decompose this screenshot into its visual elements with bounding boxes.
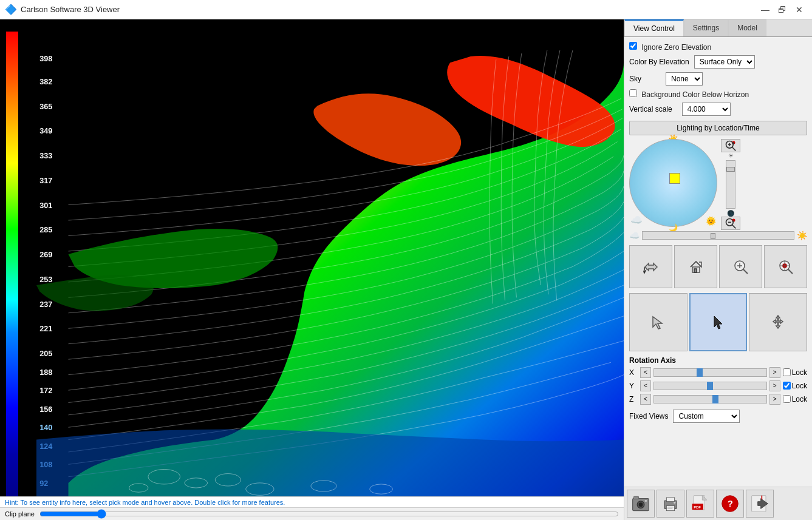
y-axis-lock-checkbox[interactable] — [783, 382, 791, 390]
svg-text:205: 205 — [39, 349, 52, 358]
tab-model[interactable]: Model — [728, 19, 766, 36]
tab-bar: View Control Settings Model — [624, 19, 812, 37]
slider-left-icon: ☁️ — [629, 231, 640, 240]
viewport[interactable]: 398 382 365 349 333 317 301 285 269 253 … — [0, 19, 624, 520]
brightness-slider-track[interactable] — [726, 160, 735, 209]
cloud-icon: ☁️ — [630, 214, 643, 226]
sun-small-icon: 🌞 — [706, 216, 716, 226]
z-axis-slider[interactable] — [653, 395, 767, 404]
help-button[interactable]: ? — [716, 490, 744, 518]
bg-color-row: Background Color Below Horizon — [629, 89, 807, 99]
x-axis-lock-row: Lock — [783, 368, 807, 377]
vert-scale-select[interactable]: 1.000 2.000 3.000 4.000 5.000 — [682, 103, 731, 116]
ignore-zero-label: Ignore Zero Elevation — [629, 43, 711, 52]
svg-text:172: 172 — [39, 387, 52, 395]
home-tool-button[interactable] — [674, 245, 717, 288]
hint-bar: Hint: To see entity info here, select pi… — [0, 496, 624, 508]
svg-line-35 — [732, 225, 736, 229]
elevation-gradient — [6, 32, 18, 502]
zoom-out-button[interactable]: - — [721, 217, 740, 230]
terrain-canvas: 398 382 365 349 333 317 301 285 269 253 … — [36, 19, 624, 520]
color-by-elevation-row: Color By Elevation Surface Only All None — [629, 55, 807, 69]
zoom-in-button[interactable]: + — [721, 139, 740, 152]
svg-text:301: 301 — [39, 201, 52, 210]
fixed-views-row: Fixed Views Custom Top Front Side Isomet… — [629, 410, 807, 423]
y-axis-right-button[interactable]: > — [769, 380, 780, 391]
color-by-elevation-label: Color By Elevation — [629, 58, 689, 66]
print-button[interactable] — [657, 490, 684, 518]
tab-settings[interactable]: Settings — [684, 19, 728, 36]
window-controls: — 🗗 ✕ — [757, 3, 807, 16]
x-axis-slider[interactable] — [653, 368, 767, 377]
slider-right-icon: ☀️ — [797, 231, 807, 240]
screenshot-button[interactable] — [627, 490, 655, 518]
lighting-button[interactable]: Lighting by Location/Time — [629, 121, 807, 135]
light-marker[interactable] — [669, 173, 680, 184]
y-axis-row: Y < > Lock — [629, 380, 807, 391]
pick-tool-button[interactable] — [629, 293, 687, 351]
z-axis-lock-checkbox[interactable] — [783, 395, 791, 403]
y-axis-lock-row: Lock — [783, 382, 807, 390]
rotation-section: Rotation Axis X < > Lock Y < — [629, 356, 807, 405]
y-axis-slider[interactable] — [653, 382, 767, 390]
pan-tool-button[interactable] — [749, 293, 807, 351]
terrain-svg: 398 382 365 349 333 317 301 285 269 253 … — [36, 19, 624, 520]
x-axis-left-button[interactable]: < — [640, 367, 651, 378]
svg-text:221: 221 — [39, 325, 52, 334]
svg-text:156: 156 — [39, 405, 52, 414]
svg-text:333: 333 — [39, 152, 52, 160]
svg-line-29 — [732, 147, 736, 151]
y-axis-lock-label: Lock — [792, 382, 807, 390]
z-axis-left-button[interactable]: < — [640, 394, 651, 405]
svg-line-47 — [788, 269, 793, 274]
bg-color-label: Background Color Below Horizon — [629, 90, 749, 99]
moon-icon: 🌙 — [669, 223, 678, 232]
main-container: 398 382 365 349 333 317 301 285 269 253 … — [0, 19, 812, 520]
maximize-button[interactable]: 🗗 — [774, 3, 790, 16]
titlebar: 🔷 Carlson Software 3D Viewer — 🗗 ✕ — [0, 0, 812, 19]
svg-text:285: 285 — [39, 226, 52, 235]
h-slider-thumb — [711, 233, 715, 239]
x-axis-row: X < > Lock — [629, 367, 807, 378]
x-axis-lock-checkbox[interactable] — [783, 368, 791, 376]
panel-content: Ignore Zero Elevation Color By Elevation… — [624, 37, 812, 487]
fixed-views-label: Fixed Views — [629, 412, 668, 420]
ignore-zero-checkbox[interactable] — [629, 42, 637, 50]
pdf-button[interactable]: PDF — [686, 490, 714, 518]
minimize-button[interactable]: — — [757, 3, 773, 16]
svg-text:398: 398 — [39, 55, 52, 63]
z-axis-label: Z — [629, 395, 638, 404]
svg-rect-58 — [666, 505, 674, 510]
tab-view-control[interactable]: View Control — [624, 19, 684, 36]
target-zoom-button[interactable] — [764, 245, 807, 288]
exit-button[interactable] — [746, 490, 774, 518]
svg-point-54 — [639, 502, 643, 507]
sky-select[interactable]: None Dawn Day Dusk Night — [666, 72, 703, 86]
svg-text:365: 365 — [39, 103, 52, 111]
rotation-axis-title: Rotation Axis — [629, 356, 807, 365]
h-slider-track[interactable] — [642, 231, 794, 240]
vert-scale-label: Vertical scale — [629, 105, 672, 113]
close-button[interactable]: ✕ — [791, 3, 807, 16]
color-by-elevation-select[interactable]: Surface Only All None — [694, 55, 755, 69]
z-axis-right-button[interactable]: > — [769, 394, 780, 405]
window-title: Carlson Software 3D Viewer — [21, 5, 757, 14]
svg-text:349: 349 — [39, 127, 52, 136]
x-axis-right-button[interactable]: > — [769, 367, 780, 378]
sky-label: Sky — [629, 75, 641, 83]
svg-text:188: 188 — [39, 368, 52, 377]
light-circle-container[interactable]: ☀️ 🌙 ☁️ 🌞 — [629, 139, 717, 227]
bottom-toolbar: PDF ? — [624, 487, 812, 520]
y-axis-left-button[interactable]: < — [640, 380, 651, 391]
svg-text:317: 317 — [39, 177, 52, 185]
z-axis-row: Z < > Lock — [629, 394, 807, 405]
rotate-tool-button[interactable] — [629, 245, 672, 288]
svg-rect-41 — [694, 269, 697, 272]
zoom-in-tool-button[interactable] — [719, 245, 762, 288]
clip-plane-slider[interactable] — [39, 509, 619, 519]
brightness-slider-thumb — [726, 167, 735, 172]
fixed-views-select[interactable]: Custom Top Front Side Isometric — [673, 410, 740, 423]
svg-rect-52 — [633, 496, 638, 499]
cursor-tool-button[interactable] — [689, 293, 748, 351]
bg-color-checkbox[interactable] — [629, 89, 637, 97]
